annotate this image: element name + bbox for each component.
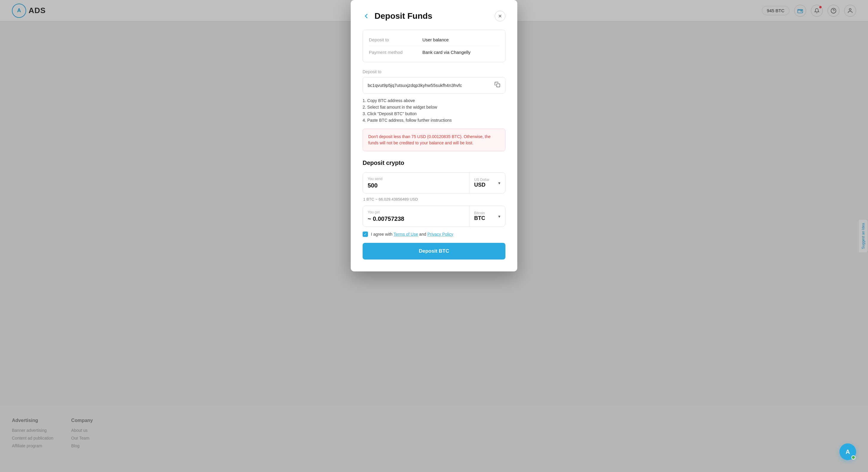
modal-overlay: Deposit Funds Deposit to User balance Pa… xyxy=(0,0,868,472)
deposit-funds-modal: Deposit Funds Deposit to User balance Pa… xyxy=(351,0,517,271)
warning-text: Don't deposit less than 75 USD (0.001208… xyxy=(368,134,500,146)
get-currency-selector[interactable]: Bitcoin BTC ▾ xyxy=(469,206,505,227)
payment-method-value: Bank card via Changelly xyxy=(423,50,471,55)
send-chevron-icon: ▾ xyxy=(498,181,500,185)
send-label: You send xyxy=(368,177,464,181)
get-chevron-icon: ▾ xyxy=(498,214,500,219)
modal-title: Deposit Funds xyxy=(374,11,432,21)
close-button[interactable] xyxy=(495,11,505,22)
steps-list: Copy BTC address above Select fiat amoun… xyxy=(363,98,505,123)
send-widget: You send 500 US Dollar USD ▾ xyxy=(363,172,505,194)
send-currency-name: USD xyxy=(474,182,489,188)
warning-box: Don't deposit less than 75 USD (0.001208… xyxy=(363,128,505,151)
deposit-to-row: Deposit to User balance xyxy=(369,35,499,46)
send-value: 500 xyxy=(368,182,464,189)
payment-method-row: Payment method Bank card via Changelly xyxy=(369,47,499,57)
aads-float-button[interactable]: A xyxy=(839,443,856,460)
send-currency-info: US Dollar USD xyxy=(474,178,489,188)
terms-of-use-link[interactable]: Terms of Use xyxy=(394,232,418,237)
step-3: Click "Deposit BTC" button xyxy=(363,111,505,116)
address-section: Deposit to bc1qvut9p5jq7utsuxjzdqp3kyhw5… xyxy=(363,69,505,123)
deposit-button[interactable]: Deposit BTC xyxy=(363,243,505,260)
deposit-crypto-title: Deposit crypto xyxy=(363,159,505,166)
deposit-to-label: Deposit to xyxy=(369,37,423,42)
svg-rect-6 xyxy=(497,84,500,87)
get-currency-label: Bitcoin xyxy=(474,211,485,215)
deposit-to-value: User balance xyxy=(423,37,448,42)
payment-method-label: Payment method xyxy=(369,50,423,55)
get-currency-name: BTC xyxy=(474,215,485,222)
btc-address: bc1qvut9p5jq7utsuxjzdqp3kyhw55sukfh4n3hv… xyxy=(368,83,462,88)
privacy-policy-link[interactable]: Privacy Policy xyxy=(428,232,453,237)
rate-text: 1 BTC ~ 66,029.43856489 USD xyxy=(363,197,505,202)
copy-icon[interactable] xyxy=(494,82,500,89)
send-currency-selector[interactable]: US Dollar USD ▾ xyxy=(469,173,505,193)
get-label: You get xyxy=(368,210,464,214)
get-row: You get ~ 0.00757238 Bitcoin BTC ▾ xyxy=(363,206,505,227)
get-value: ~ 0.00757238 xyxy=(368,215,464,222)
agree-text: I agree with Terms of Use and Privacy Po… xyxy=(371,232,453,237)
send-row: You send 500 US Dollar USD ▾ xyxy=(363,173,505,193)
step-1: Copy BTC address above xyxy=(363,98,505,103)
address-section-label: Deposit to xyxy=(363,69,505,74)
step-4: Paste BTC address, follow further instru… xyxy=(363,118,505,123)
agree-row: ✓ I agree with Terms of Use and Privacy … xyxy=(363,232,505,237)
get-input-area: You get ~ 0.00757238 xyxy=(363,206,469,227)
back-button[interactable] xyxy=(363,12,370,20)
get-currency-info: Bitcoin BTC xyxy=(474,211,485,222)
address-box: bc1qvut9p5jq7utsuxjzdqp3kyhw55sukfh4n3hv… xyxy=(363,77,505,93)
aads-float-dot xyxy=(851,455,856,460)
checkmark-icon: ✓ xyxy=(364,232,367,236)
send-currency-label: US Dollar xyxy=(474,178,489,182)
step-2: Select fiat amount in the widget below xyxy=(363,105,505,110)
info-box: Deposit to User balance Payment method B… xyxy=(363,30,505,62)
send-input-area[interactable]: You send 500 xyxy=(363,173,469,193)
agree-checkbox[interactable]: ✓ xyxy=(363,232,368,237)
get-widget: You get ~ 0.00757238 Bitcoin BTC ▾ xyxy=(363,206,505,227)
modal-header: Deposit Funds xyxy=(363,11,505,22)
modal-title-area: Deposit Funds xyxy=(363,11,432,21)
